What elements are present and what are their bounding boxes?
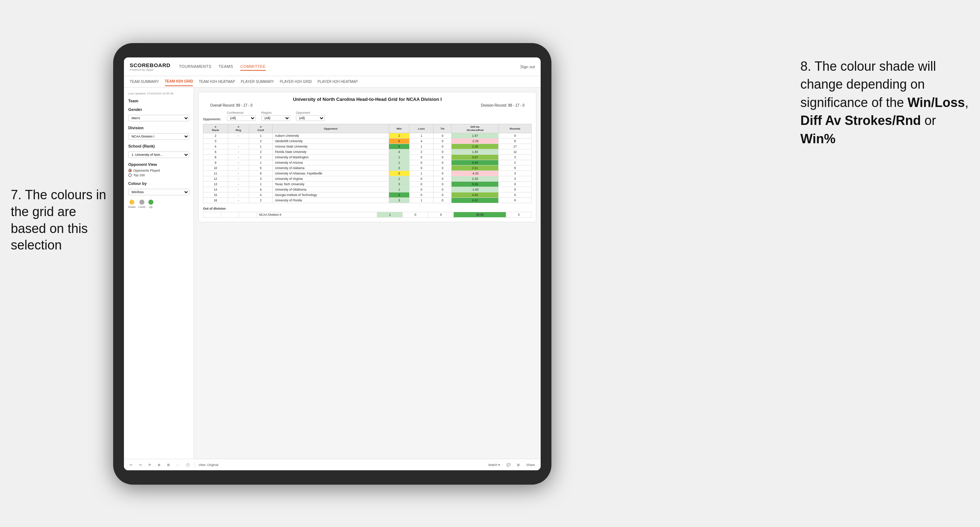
sidebar-gender-select[interactable]: Men's [128, 115, 189, 121]
ood-tie: 0 [428, 212, 454, 217]
cell-name: Florida State University [273, 149, 389, 155]
cell-tie: 0 [434, 165, 452, 171]
cell-reg: - [228, 165, 249, 171]
cell-conf: 1 [249, 133, 273, 138]
data-table: #Rank #Reg #Conf Opponent Win Loss Tie D… [203, 124, 532, 203]
cell-rounds: 9 [499, 198, 532, 203]
watch-button[interactable]: Watch ▾ [487, 462, 501, 467]
forward-button[interactable]: ⟳ [147, 462, 153, 467]
filter-region-select[interactable]: (All) [261, 115, 290, 121]
more-button[interactable]: ··· [175, 462, 181, 467]
sidebar-division-select[interactable]: NCAA Division I [128, 133, 189, 140]
legend-down-circle [129, 200, 134, 205]
grid-records: Overall Record: 89 - 17 - 0 Division Rec… [203, 103, 532, 107]
cell-conf: 1 [249, 182, 273, 187]
undo-button[interactable]: ↩ [128, 462, 134, 467]
radio-opponents-played[interactable]: Opponents Played [128, 169, 189, 172]
sidebar-colour-by-section: Colour by Win/loss [128, 181, 189, 195]
cell-name: University of Washington [273, 155, 389, 160]
cell-rank: 15 [203, 192, 228, 198]
cell-rounds: 3 [499, 176, 532, 182]
cell-rank: 4 [203, 144, 228, 149]
cell-diff: -1.00 [452, 187, 499, 192]
cell-diff: 1.67 [452, 133, 499, 138]
col-reg: #Reg [228, 124, 249, 133]
cell-conf: 5 [249, 165, 273, 171]
cell-tie: 0 [434, 182, 452, 187]
redo-button[interactable]: ↪ [138, 462, 143, 467]
crop-button[interactable]: ⊞ [165, 462, 171, 467]
grid-view-button[interactable]: ⊞ [515, 462, 521, 467]
cell-rank: 2 [203, 133, 228, 138]
out-of-division: Out of division NCAA Division II 1 0 [203, 207, 532, 217]
legend-up-label: Up [149, 205, 152, 209]
tab-player-h2h-grid[interactable]: PLAYER H2H GRID [280, 78, 312, 86]
nav-committee[interactable]: COMMITTEE [240, 63, 266, 71]
out-of-division-row: NCAA Division II 1 0 0 26.00 3 [203, 212, 532, 217]
cell-tie: 0 [434, 155, 452, 160]
ood-loss: 0 [403, 212, 428, 217]
tab-team-h2h-grid[interactable]: TEAM H2H GRID [165, 77, 193, 86]
cell-win: 1 [389, 155, 409, 160]
comment-button[interactable]: 💬 [505, 462, 512, 467]
cell-rank: 9 [203, 160, 228, 165]
tab-player-summary[interactable]: PLAYER SUMMARY [241, 78, 274, 86]
cell-rounds: 2 [499, 160, 532, 165]
out-of-division-label: Out of division [203, 207, 532, 210]
cell-loss: 0 [409, 176, 434, 182]
cell-rounds: 17 [499, 144, 532, 149]
main-content: Last Updated: 27/03/2024 16:55:38 Team G… [124, 87, 541, 459]
tab-player-h2h-heatmap[interactable]: PLAYER H2H HEATMAP [318, 78, 358, 86]
cell-loss: 1 [409, 171, 434, 176]
radio-top100[interactable]: Top 100 [128, 173, 189, 177]
cell-rounds: 9 [499, 187, 532, 192]
table-row: 2 - 1 Auburn University 2 1 0 1.67 9 [203, 133, 532, 138]
sidebar-colour-by-label: Colour by [128, 181, 189, 186]
main-nav: TOURNAMENTS TEAMS COMMITTEE [179, 63, 520, 71]
out-of-division-table: NCAA Division II 1 0 0 26.00 3 [203, 212, 532, 217]
ood-conf [239, 212, 257, 217]
cell-tie: 0 [434, 160, 452, 165]
ipad-frame: SCOREBOARD Powered by clippd TOURNAMENTS… [113, 43, 551, 485]
cell-tie: 0 [434, 149, 452, 155]
col-diff: Diff AvStrokes/Rnd [452, 124, 499, 133]
annotation-left: 7. The colours in the grid are based on … [11, 187, 111, 254]
cell-rank: 16 [203, 198, 228, 203]
sidebar-gender-section: Gender Men's [128, 107, 189, 121]
cell-reg: - [228, 133, 249, 138]
cell-rounds: 9 [499, 192, 532, 198]
clock-button[interactable]: 🕐 [184, 462, 191, 467]
cell-diff: 2.28 [452, 144, 499, 149]
cell-name: University of Alabama [273, 165, 389, 171]
cell-name: University of Florida [273, 198, 389, 203]
nav-tournaments[interactable]: TOURNAMENTS [179, 63, 211, 71]
sidebar-colour-by-select[interactable]: Win/loss [128, 189, 189, 195]
col-conf: #Conf [249, 124, 273, 133]
cell-conf: 1 [249, 160, 273, 165]
table-row: 11 - 6 University of Arkansas, Fayettevi… [203, 171, 532, 176]
sidebar-gender-label: Gender [128, 107, 189, 112]
grid-area: University of North Carolina Head-to-Hea… [194, 87, 541, 459]
cell-reg: - [228, 192, 249, 198]
sidebar-team-section: Team [128, 99, 189, 103]
filter-opponent-select[interactable]: (All) [296, 115, 325, 121]
cell-diff: 2.61 [452, 165, 499, 171]
sidebar-school-select[interactable]: 1. University of Nort... [128, 151, 189, 158]
filter-conference-select[interactable]: (All) [227, 115, 256, 121]
cell-rank: 8 [203, 155, 228, 160]
legend-down-label: Down [128, 205, 135, 209]
tab-team-summary[interactable]: TEAM SUMMARY [130, 78, 159, 86]
cell-rank: 14 [203, 187, 228, 192]
sign-out-button[interactable]: Sign out [520, 65, 535, 69]
app-header: SCOREBOARD Powered by clippd TOURNAMENTS… [124, 57, 541, 76]
cell-reg [228, 138, 249, 144]
grid-title: University of North Carolina Head-to-Hea… [203, 97, 532, 102]
grid-container: University of North Carolina Head-to-Hea… [198, 92, 536, 222]
view-original-button[interactable]: View: Original [199, 463, 218, 467]
tab-team-h2h-heatmap[interactable]: TEAM H2H HEATMAP [199, 78, 235, 86]
nav-teams[interactable]: TEAMS [219, 63, 233, 71]
filter-opponents-label: Opponents: [203, 117, 221, 121]
radio-opponents-played-dot [128, 169, 132, 172]
share-button[interactable]: Share [525, 462, 536, 467]
back-button[interactable]: ⊕ [156, 462, 162, 467]
